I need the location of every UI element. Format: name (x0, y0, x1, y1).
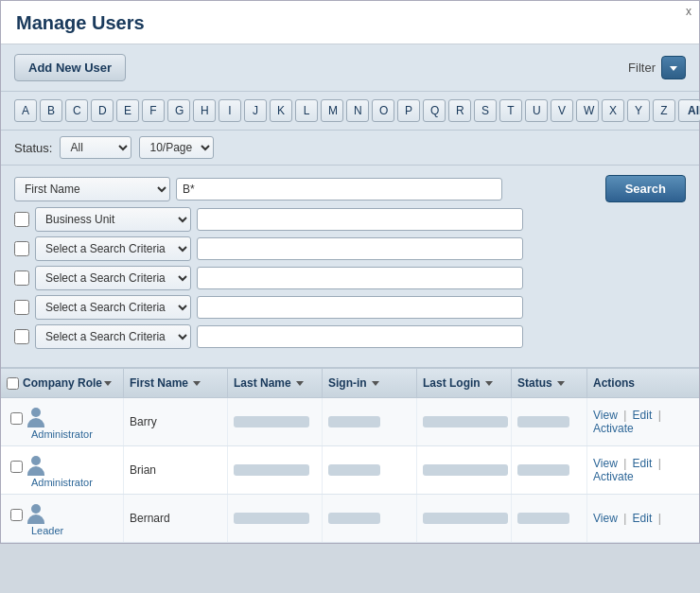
search-criteria-checkbox-2[interactable] (14, 241, 29, 256)
sign-in-cell-0 (323, 398, 417, 445)
alpha-btn-k[interactable]: K (270, 99, 292, 122)
first-name-cell-2: Bernard (124, 495, 228, 542)
sign-in-header[interactable]: Sign-in (323, 369, 417, 397)
criteria-input-3[interactable] (197, 267, 523, 289)
search-criteria-checkbox-3[interactable] (14, 270, 29, 286)
role-link-2[interactable]: Leader (31, 525, 63, 536)
close-icon[interactable]: x (686, 5, 691, 18)
alpha-btn-t[interactable]: T (499, 99, 522, 122)
filter-area: Filter (628, 56, 686, 79)
alpha-btn-b[interactable]: B (40, 99, 62, 122)
alpha-btn-l[interactable]: L (295, 99, 318, 122)
status-label: Status: (14, 141, 52, 155)
alpha-btn-v[interactable]: V (551, 99, 573, 122)
select-all-checkbox[interactable] (7, 377, 19, 390)
criteria-input-2[interactable] (197, 237, 523, 260)
alpha-btn-g[interactable]: G (167, 99, 190, 122)
last-login-cell-0 (417, 398, 512, 445)
alpha-btn-w[interactable]: W (576, 99, 599, 122)
status-blurred-1 (517, 464, 569, 476)
activate-link-1[interactable]: Activate (593, 470, 634, 483)
alpha-btn-z[interactable]: Z (653, 99, 675, 122)
edit-link-0[interactable]: Edit (633, 409, 653, 422)
last-name-blurred-2 (234, 513, 309, 524)
row-checkbox-2[interactable] (10, 509, 23, 521)
alpha-btn-s[interactable]: S (474, 99, 497, 122)
header-checkbox-col: Company Role (1, 369, 124, 397)
criteria-select-0[interactable]: First Name Last Name Sign-in Business Un… (14, 177, 170, 201)
row-checkbox-1[interactable] (10, 461, 23, 473)
view-link-1[interactable]: View (593, 457, 618, 470)
alpha-btn-r[interactable]: R (448, 99, 471, 122)
chevron-down-icon (670, 66, 677, 71)
last-login-blurred-2 (423, 513, 508, 524)
alpha-btn-q[interactable]: Q (423, 99, 446, 122)
alpha-btn-all[interactable]: All (678, 99, 700, 122)
criteria-input-0[interactable] (176, 178, 502, 201)
user-icon-2 (26, 504, 45, 525)
criteria-input-1[interactable] (197, 208, 523, 231)
first-name-header[interactable]: First Name (124, 369, 228, 397)
search-row-5: Select a Search Criteria First Name Last… (14, 324, 686, 349)
role-link-1[interactable]: Administrator (31, 477, 93, 488)
alpha-btn-n[interactable]: N (346, 99, 369, 122)
status-select[interactable]: All Active Inactive (60, 136, 131, 159)
perpage-select[interactable]: 10/Page 25/Page 50/Page (139, 136, 214, 159)
search-criteria-checkbox-4[interactable] (14, 300, 29, 315)
criteria-select-4[interactable]: Select a Search Criteria First Name Last… (35, 295, 191, 320)
search-button[interactable]: Search (605, 175, 686, 202)
alpha-btn-a[interactable]: A (14, 99, 37, 122)
criteria-input-4[interactable] (197, 296, 523, 319)
status-sort-icon (557, 381, 565, 386)
search-section: First Name Last Name Sign-in Business Un… (1, 166, 699, 369)
last-login-blurred-1 (423, 464, 508, 476)
alpha-btn-x[interactable]: X (602, 99, 624, 122)
actions-cell-2: View | Edit | (587, 495, 700, 542)
last-name-blurred-0 (234, 416, 309, 427)
alpha-btn-i[interactable]: I (219, 99, 241, 122)
last-login-header[interactable]: Last Login (417, 369, 512, 397)
last-login-blurred-0 (423, 416, 508, 427)
status-cell-2 (512, 495, 587, 542)
filter-button[interactable] (661, 56, 686, 79)
page-title: Manage Users (16, 12, 684, 34)
search-criteria-checkbox-1[interactable] (14, 212, 29, 227)
company-role-cell-1: Administrator (1, 446, 124, 494)
first-name-1: Brian (130, 463, 221, 477)
alpha-btn-c[interactable]: C (65, 99, 88, 122)
alpha-btn-e[interactable]: E (116, 99, 139, 122)
alpha-btn-j[interactable]: J (244, 99, 267, 122)
criteria-select-3[interactable]: Select a Search Criteria First Name Last… (35, 266, 191, 290)
role-link-0[interactable]: Administrator (31, 428, 93, 440)
criteria-select-5[interactable]: Select a Search Criteria First Name Last… (35, 324, 191, 349)
actions-header: Actions (587, 369, 700, 397)
criteria-select-1[interactable]: Business Unit First Name Last Name (35, 207, 191, 232)
company-role-sort-icon (104, 381, 112, 386)
row-checkbox-0[interactable] (10, 412, 23, 425)
status-header[interactable]: Status (512, 369, 587, 397)
company-role-header: Company Role (23, 376, 102, 390)
alpha-btn-f[interactable]: F (142, 99, 165, 122)
first-name-cell-0: Barry (124, 398, 228, 445)
last-name-header[interactable]: Last Name (228, 369, 323, 397)
criteria-select-2[interactable]: Select a Search Criteria First Name Last… (35, 236, 191, 261)
criteria-input-5[interactable] (197, 325, 523, 348)
activate-link-0[interactable]: Activate (593, 422, 634, 435)
last-name-cell-2 (228, 495, 323, 542)
alpha-btn-o[interactable]: O (372, 99, 394, 122)
add-new-user-button[interactable]: Add New User (14, 54, 126, 81)
alpha-btn-u[interactable]: U (525, 99, 548, 122)
search-criteria-checkbox-5[interactable] (14, 329, 29, 344)
alpha-btn-p[interactable]: P (397, 99, 420, 122)
edit-link-1[interactable]: Edit (633, 457, 653, 470)
alpha-btn-m[interactable]: M (321, 99, 343, 122)
view-link-2[interactable]: View (593, 512, 618, 525)
alpha-btn-y[interactable]: Y (627, 99, 650, 122)
first-name-0: Barry (130, 415, 221, 428)
last-name-blurred-1 (234, 464, 309, 476)
edit-link-2[interactable]: Edit (633, 512, 653, 525)
last-login-sort-icon (485, 381, 493, 386)
alpha-btn-d[interactable]: D (91, 99, 114, 122)
view-link-0[interactable]: View (593, 409, 618, 422)
alpha-btn-h[interactable]: H (193, 99, 216, 122)
